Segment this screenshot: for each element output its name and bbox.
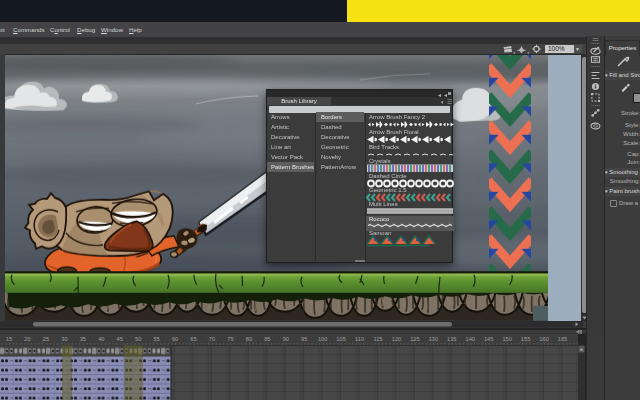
svg-text:80: 80 [246, 336, 252, 342]
svg-text:155: 155 [521, 336, 531, 342]
svg-text:135: 135 [447, 336, 457, 342]
svg-text:70: 70 [209, 336, 215, 342]
svg-text:90: 90 [283, 336, 289, 342]
svg-text:55: 55 [153, 336, 159, 342]
svg-text:95: 95 [301, 336, 307, 342]
svg-text:40: 40 [98, 336, 104, 342]
svg-text:20: 20 [24, 336, 30, 342]
svg-text:60: 60 [172, 336, 178, 342]
svg-text:115: 115 [373, 336, 382, 342]
svg-text:25: 25 [43, 336, 49, 342]
svg-text:125: 125 [410, 336, 420, 342]
svg-text:160: 160 [539, 336, 549, 342]
svg-text:120: 120 [392, 336, 402, 342]
svg-text:100: 100 [318, 336, 328, 342]
svg-text:165: 165 [558, 336, 568, 342]
svg-text:35: 35 [80, 336, 86, 342]
svg-text:50: 50 [135, 336, 141, 342]
svg-text:15: 15 [6, 336, 12, 342]
svg-text:45: 45 [117, 336, 123, 342]
svg-text:105: 105 [336, 336, 346, 342]
svg-text:150: 150 [502, 336, 512, 342]
svg-text:110: 110 [355, 336, 364, 342]
svg-text:30: 30 [61, 336, 67, 342]
svg-text:145: 145 [484, 336, 494, 342]
svg-text:75: 75 [227, 336, 233, 342]
svg-text:85: 85 [264, 336, 270, 342]
svg-text:140: 140 [466, 336, 476, 342]
svg-text:65: 65 [190, 336, 196, 342]
svg-text:130: 130 [429, 336, 439, 342]
